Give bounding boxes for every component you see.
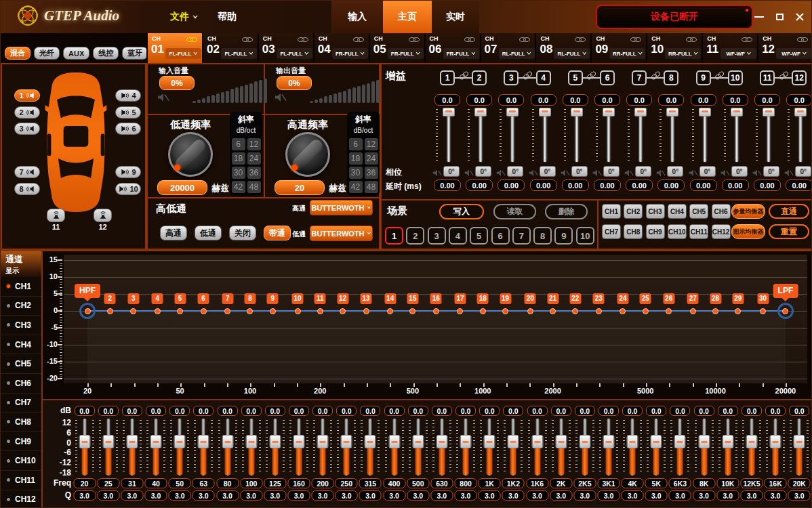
eq-point-15[interactable] [409,308,415,314]
eq-response-graph[interactable]: 151050-5-10-15-2020501002005001000200050… [43,250,812,399]
eq-point-LPF[interactable] [782,308,788,314]
eq-slider-handle[interactable] [126,435,138,448]
link-icon[interactable] [519,37,530,42]
speaker-button-7[interactable]: 7 [14,166,40,178]
eq-band-slider-20[interactable] [75,419,94,475]
point-tag-30[interactable]: 30 [757,293,769,304]
gain-value-ch4[interactable]: 0.0 [531,94,556,106]
scene-channel-CH11[interactable]: CH11 [689,224,708,239]
eq-band-gain-2K[interactable]: 0.0 [551,406,571,416]
channel-tab-06[interactable]: CH06FR-FULL [424,33,480,63]
eq-band-slider-3K1[interactable] [599,419,618,475]
eq-band-q-40[interactable]: 3.0 [145,490,167,501]
phase-mute-icon[interactable] [656,167,666,175]
channel-tab-09[interactable]: CH09RR-FULL [590,33,646,63]
scene-channel-CH2[interactable]: CH2 [624,204,643,219]
eq-band-q-500[interactable]: 3.0 [407,490,429,501]
phase-value-ch4[interactable]: 0° [540,166,556,177]
eq-point-11[interactable] [317,308,323,314]
gain-link-ch4[interactable]: 4 [536,70,551,85]
point-tag-11[interactable]: 11 [314,293,326,304]
eq-band-slider-80[interactable] [218,419,237,475]
scene-read-button[interactable]: 读取 [493,204,536,219]
eq-band-slider-160[interactable] [289,419,308,475]
channel-tab-03[interactable]: CH03FL-FULL [258,33,313,63]
eq-band-freq-160[interactable]: 160 [287,478,310,488]
eq-slider-handle[interactable] [150,435,162,448]
eq-band-gain-6K3[interactable]: 0.0 [670,406,690,416]
link-icon[interactable] [464,37,475,42]
gain-slider-handle[interactable] [794,108,807,117]
eq-point-23[interactable] [596,308,602,314]
link-icon[interactable] [742,37,752,42]
eq-band-freq-315[interactable]: 315 [359,478,382,488]
eq-band-gain-4K[interactable]: 0.0 [622,406,643,416]
eq-band-gain-2K5[interactable]: 0.0 [575,406,595,416]
eq-band-q-50[interactable]: 3.0 [169,490,191,501]
eq-band-slider-4K[interactable] [623,419,642,475]
delay-value-ch3[interactable]: 0.00 [498,179,525,191]
slope-option-6[interactable]: 6 [232,138,245,150]
input-volume-value[interactable]: 0% [159,76,195,90]
delay-value-ch1[interactable]: 0.00 [434,179,461,191]
source-button-混合[interactable]: 混合 [5,47,31,60]
eq-band-q-200[interactable]: 3.0 [312,490,334,501]
channel-tab-08[interactable]: CH08RL-FULL [535,33,590,63]
scene-channel-CH9[interactable]: CH9 [646,224,665,239]
eq-slider-handle[interactable] [222,435,233,448]
channel-mode-dropdown[interactable]: WF-WF [720,48,756,59]
channel-display-item-CH8[interactable]: CH8 [1,412,41,432]
link-icon[interactable] [586,70,597,81]
device-status-button[interactable]: 设备已断开 [596,5,753,29]
gain-slider-ch5[interactable] [562,108,589,163]
eq-band-freq-10K[interactable]: 10K [716,478,739,488]
channel-tab-04[interactable]: CH04FR-FULL [313,33,369,63]
gain-slider-handle[interactable] [763,108,775,117]
phase-value-ch11[interactable]: 0° [763,166,779,177]
gain-slider-ch8[interactable] [657,108,685,163]
gain-link-ch5[interactable]: 5 [568,70,583,85]
hp-filter-type-dropdown[interactable]: BUTTERWOTH [310,200,373,215]
gain-link-ch8[interactable]: 8 [664,70,678,85]
point-tag-LPF[interactable]: LPF [773,284,798,298]
eq-band-q-100[interactable]: 3.0 [240,490,262,501]
eq-band-slider-8K[interactable] [695,419,714,475]
eq-band-slider-10K[interactable] [718,419,737,475]
gain-slider-ch2[interactable] [466,108,493,163]
eq-band-freq-100[interactable]: 100 [240,478,262,488]
eq-band-q-400[interactable]: 3.0 [383,490,405,501]
link-icon[interactable] [458,70,469,81]
channel-mode-dropdown[interactable]: RL-FULL [499,48,535,59]
scene-slot-4[interactable]: 4 [449,227,467,245]
gain-slider-handle[interactable] [603,108,615,117]
gain-slider-handle[interactable] [539,108,551,117]
eq-band-gain-31[interactable]: 0.0 [122,406,142,416]
link-icon[interactable] [650,70,661,81]
eq-band-q-8K[interactable]: 3.0 [693,490,715,501]
eq-slider-handle[interactable] [698,435,710,448]
point-tag-29[interactable]: 29 [732,293,744,304]
eq-slider-handle[interactable] [365,435,376,448]
eq-point-7[interactable] [224,308,230,314]
eq-band-slider-40[interactable] [146,419,165,475]
eq-band-gain-5K[interactable]: 0.0 [646,406,666,416]
channel-display-item-CH11[interactable]: CH11 [1,471,41,490]
slope-option-12[interactable]: 12 [247,138,261,150]
slope-option-24[interactable]: 24 [365,152,378,165]
phase-mute-icon[interactable] [529,167,538,175]
eq-band-slider-12K5[interactable] [742,419,761,475]
scene-slot-3[interactable]: 3 [428,227,446,245]
gain-link-ch3[interactable]: 3 [504,70,519,85]
eq-band-gain-250[interactable]: 0.0 [336,406,357,416]
link-icon[interactable] [575,37,586,42]
eq-band-slider-50[interactable] [170,419,189,475]
link-icon[interactable] [630,37,641,42]
eq-band-q-5K[interactable]: 3.0 [645,490,668,501]
eq-slider-handle[interactable] [388,435,400,448]
speaker-button-5[interactable]: 5 [115,106,141,119]
delay-value-ch6[interactable]: 0.00 [594,179,621,191]
eq-slider-handle[interactable] [508,435,519,448]
eq-band-gain-630[interactable]: 0.0 [432,406,452,416]
gain-slider-ch4[interactable] [530,108,557,163]
eq-band-slider-125[interactable] [266,419,285,475]
